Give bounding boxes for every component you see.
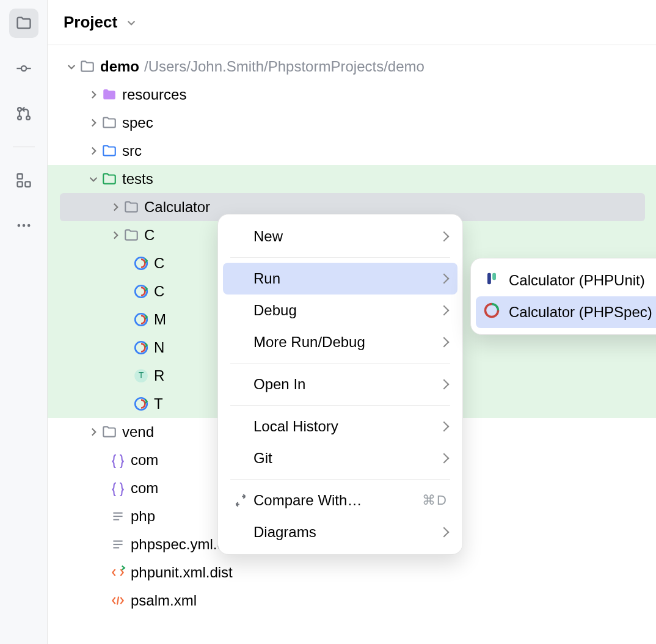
- tool-pullrequest-button[interactable]: [9, 99, 38, 128]
- svg-point-9: [17, 224, 20, 227]
- ctx-item-label: More Run/Debug: [253, 334, 365, 351]
- tool-more-button[interactable]: [9, 211, 38, 240]
- run-submenu: Calculator (PHPUnit) Calculator (PHPSpec…: [470, 258, 656, 335]
- ctx-item-new[interactable]: New: [218, 221, 462, 252]
- tree-item-label: com: [131, 452, 158, 469]
- panel-title: Project: [64, 13, 117, 32]
- tree-row[interactable]: resources: [48, 81, 656, 109]
- xml-icon: [110, 593, 131, 609]
- svg-rect-27: [492, 273, 496, 280]
- ctx-shortcut: ⌘D: [422, 492, 448, 508]
- source-folder-icon: [101, 143, 122, 159]
- ctx-item-run[interactable]: Run: [223, 263, 457, 295]
- svg-text:T: T: [139, 370, 144, 380]
- ctx-item-compare-with[interactable]: Compare With… ⌘D: [218, 485, 462, 516]
- folder-icon: [123, 227, 144, 243]
- tree-root-row[interactable]: demo /Users/John.Smith/PhpstormProjects/…: [48, 53, 656, 81]
- svg-line-25: [117, 597, 118, 605]
- folder-icon: [79, 59, 100, 75]
- ctx-item-label: Debug: [253, 302, 297, 319]
- compare-icon: [233, 492, 253, 508]
- tree-row[interactable]: spec: [48, 109, 656, 137]
- text-file-icon: [110, 536, 131, 552]
- svg-point-5: [26, 116, 30, 120]
- submenu-item-label: Calculator (PHPSpec): [509, 304, 652, 321]
- json-icon: [110, 480, 131, 496]
- tool-structure-button[interactable]: [9, 166, 38, 195]
- panel-header[interactable]: Project: [48, 0, 656, 45]
- tree-item-label: com: [131, 480, 158, 497]
- tree-item-label: C: [144, 227, 155, 244]
- ctx-item-diagrams[interactable]: Diagrams: [218, 516, 462, 548]
- ctx-item-label: Compare With…: [253, 492, 362, 509]
- chevron-right-icon[interactable]: [86, 87, 101, 103]
- tree-row[interactable]: phpunit.xml.dist: [48, 558, 656, 587]
- submenu-item-phpspec[interactable]: Calculator (PHPSpec): [476, 296, 656, 328]
- ctx-separator: [230, 405, 450, 406]
- tree-row-tests[interactable]: tests: [48, 165, 656, 193]
- chevron-down-icon[interactable]: [86, 171, 101, 187]
- test-class-icon: [133, 284, 154, 299]
- svg-point-4: [18, 116, 21, 120]
- tree-item-label: psalm.xml: [131, 592, 197, 609]
- svg-rect-26: [487, 273, 491, 285]
- ctx-separator: [230, 257, 450, 258]
- trait-icon: T: [133, 368, 154, 384]
- tests-folder-icon: [101, 171, 122, 187]
- chevron-right-icon[interactable]: [86, 424, 101, 440]
- folder-icon: [123, 199, 144, 215]
- tool-project-button[interactable]: [9, 9, 38, 38]
- folder-icon: [15, 15, 32, 32]
- chevron-right-icon[interactable]: [108, 227, 123, 243]
- left-tool-rail: [0, 0, 48, 644]
- chevron-right-icon[interactable]: [108, 199, 123, 215]
- tree-item-label: tests: [122, 170, 153, 188]
- folder-icon: [101, 424, 122, 440]
- json-icon: [110, 452, 131, 468]
- folder-icon: [101, 115, 122, 131]
- tool-commit-button[interactable]: [9, 54, 38, 83]
- ctx-item-label: Git: [253, 450, 272, 467]
- tree-item-label: php: [131, 508, 155, 525]
- svg-point-0: [21, 66, 26, 71]
- pull-request-icon: [15, 105, 32, 122]
- ctx-item-label: Open In: [253, 376, 305, 393]
- ctx-separator: [230, 479, 450, 480]
- ctx-item-debug[interactable]: Debug: [218, 295, 462, 326]
- resources-folder-icon: [101, 87, 122, 103]
- tree-row[interactable]: src: [48, 137, 656, 165]
- tree-item-label: T: [154, 395, 163, 412]
- tree-item-label: src: [122, 142, 142, 159]
- ctx-item-open-in[interactable]: Open In: [218, 368, 462, 400]
- svg-point-3: [18, 108, 21, 111]
- svg-rect-7: [17, 181, 22, 186]
- structure-icon: [15, 172, 32, 189]
- ctx-item-label: Diagrams: [253, 524, 316, 541]
- svg-rect-8: [25, 181, 30, 186]
- tree-item-label: R: [154, 367, 164, 384]
- test-class-icon: [133, 396, 154, 412]
- phpspec-icon: [483, 302, 500, 323]
- ctx-item-label: New: [253, 228, 283, 245]
- tree-item-label: C: [154, 255, 164, 272]
- chevron-right-icon[interactable]: [86, 115, 101, 131]
- tree-row[interactable]: psalm.xml: [48, 587, 656, 615]
- chevron-right-icon[interactable]: [86, 143, 101, 159]
- test-class-icon: [133, 312, 154, 327]
- tree-item-label: N: [154, 339, 164, 356]
- rail-separator: [13, 147, 35, 147]
- tree-root-path: /Users/John.Smith/PhpstormProjects/demo: [144, 58, 425, 75]
- text-file-icon: [110, 508, 131, 524]
- ctx-item-git[interactable]: Git: [218, 442, 462, 474]
- ctx-item-more-run-debug[interactable]: More Run/Debug: [218, 326, 462, 358]
- ctx-item-label: Local History: [253, 418, 338, 435]
- tree-item-label: M: [154, 311, 166, 328]
- submenu-item-phpunit[interactable]: Calculator (PHPUnit): [471, 265, 656, 296]
- tree-item-label: Calculator: [144, 199, 210, 216]
- chevron-down-icon: [123, 15, 139, 31]
- ctx-item-local-history[interactable]: Local History: [218, 411, 462, 442]
- more-icon: [15, 217, 32, 234]
- submenu-item-label: Calculator (PHPUnit): [509, 272, 645, 289]
- ctx-separator: [230, 363, 450, 364]
- chevron-down-icon[interactable]: [64, 59, 79, 75]
